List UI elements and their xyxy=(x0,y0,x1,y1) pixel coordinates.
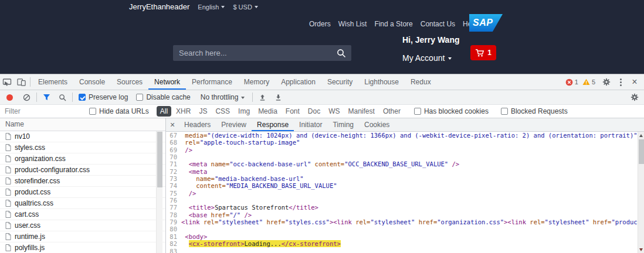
resource-filter-media[interactable]: Media xyxy=(255,106,281,117)
export-har-icon[interactable] xyxy=(274,94,282,101)
devtools-tab-redux[interactable]: Redux xyxy=(405,74,437,90)
request-row-product-configurator-css[interactable]: product-configurator.css xyxy=(0,165,165,176)
search-input[interactable] xyxy=(173,49,337,57)
devtools-tab-memory[interactable]: Memory xyxy=(238,74,275,90)
hide-data-urls-checkbox[interactable] xyxy=(89,108,96,115)
request-list-scrollbar[interactable] xyxy=(156,131,162,253)
response-tab-timing[interactable]: Timing xyxy=(327,118,359,131)
devtools-panel: ElementsConsoleSourcesNetworkPerformance… xyxy=(0,74,644,253)
resource-filter-all[interactable]: All xyxy=(157,106,171,117)
nav-link-contact-us[interactable]: Contact Us xyxy=(421,20,455,28)
line-content: <meta name="occ-backend-base-url" conten… xyxy=(189,160,460,167)
has-blocked-cookies-toggle[interactable]: Has blocked cookies xyxy=(414,107,489,115)
code-scrollbar[interactable] xyxy=(638,132,644,253)
close-devtools-icon[interactable]: × xyxy=(628,77,642,87)
scrollbar-thumb[interactable] xyxy=(639,139,644,164)
blocked-requests-checkbox[interactable] xyxy=(501,108,508,115)
preserve-log-checkbox[interactable] xyxy=(79,94,86,101)
token-attr: rel= xyxy=(204,218,218,225)
mini-cart-button[interactable]: 1 xyxy=(470,45,496,60)
devtools-tab-performance[interactable]: Performance xyxy=(186,74,238,90)
device-toolbar-icon[interactable] xyxy=(14,74,28,90)
resource-filter-xhr[interactable]: XHR xyxy=(172,106,194,117)
network-search-icon[interactable] xyxy=(59,94,66,101)
resource-filter-font[interactable]: Font xyxy=(282,106,303,117)
my-account-dropdown[interactable]: My Account xyxy=(402,53,452,63)
nav-link-wish-list[interactable]: Wish List xyxy=(338,20,367,28)
warning-badge[interactable]: 5 xyxy=(582,78,595,86)
network-settings-gear-icon[interactable] xyxy=(628,90,642,105)
token-plain: Loading... xyxy=(244,240,281,247)
devtools-tab-lighthouse[interactable]: Lighthouse xyxy=(358,74,405,90)
inspect-element-icon[interactable] xyxy=(0,74,14,90)
clear-button[interactable] xyxy=(23,94,30,101)
throttling-dropdown[interactable]: No throttling xyxy=(201,93,245,101)
more-options-icon[interactable] xyxy=(614,74,628,90)
has-blocked-cookies-checkbox[interactable] xyxy=(414,108,421,115)
resource-filter-css[interactable]: CSS xyxy=(212,106,233,117)
code-line: 83 xyxy=(166,248,638,253)
devtools-tab-sources[interactable]: Sources xyxy=(111,74,148,90)
nav-link-orders[interactable]: Orders xyxy=(309,20,331,28)
filter-input[interactable] xyxy=(0,107,82,115)
resource-filter-ws[interactable]: WS xyxy=(325,106,343,117)
response-tab-headers[interactable]: Headers xyxy=(179,118,216,131)
devtools-tab-security[interactable]: Security xyxy=(321,74,358,90)
name-column-header[interactable]: Name xyxy=(0,118,165,131)
response-tab-preview[interactable]: Preview xyxy=(216,118,252,131)
resource-filter-manifest[interactable]: Manifest xyxy=(345,106,378,117)
request-row-nv10[interactable]: nv10 xyxy=(0,131,165,142)
line-content: <cx-storefront>Loading...</cx-storefront… xyxy=(189,240,341,247)
request-row-organization-css[interactable]: organization.css xyxy=(0,153,165,165)
request-row-runtime-js[interactable]: runtime.js xyxy=(0,231,165,242)
response-code-viewer[interactable]: 67 media="(device-width: 1024px) and (de… xyxy=(166,132,638,253)
close-request-icon[interactable]: × xyxy=(166,120,179,129)
request-row-qualtrics-css[interactable]: qualtrics.css xyxy=(0,198,165,209)
request-row-storefinder-css[interactable]: storefinder.css xyxy=(0,176,165,187)
sap-logo[interactable]: SAP xyxy=(469,14,503,32)
code-line: 82 <cx-storefront>Loading...</cx-storefr… xyxy=(166,240,638,247)
resource-filter-js[interactable]: JS xyxy=(195,106,211,117)
search-icon[interactable] xyxy=(337,49,346,58)
import-har-icon[interactable] xyxy=(259,94,266,101)
devtools-tab-elements[interactable]: Elements xyxy=(32,74,73,90)
resource-filter-img[interactable]: Img xyxy=(235,106,253,117)
indent xyxy=(181,160,189,167)
currency-selector[interactable]: $ USD xyxy=(233,4,257,11)
language-selector[interactable]: English xyxy=(198,4,225,11)
record-button[interactable] xyxy=(6,94,13,101)
hide-data-urls-toggle[interactable]: Hide data URLs xyxy=(89,107,149,115)
disable-cache-toggle[interactable]: Disable cache xyxy=(136,93,190,101)
error-badge[interactable]: 1 xyxy=(565,78,578,86)
response-tab-initiator[interactable]: Initiator xyxy=(294,118,327,131)
request-row-styles-css[interactable]: styles.css xyxy=(0,142,165,153)
devtools-tab-console[interactable]: Console xyxy=(73,74,111,90)
filter-toggle-icon[interactable] xyxy=(43,94,50,101)
nav-link-find-a-store[interactable]: Find a Store xyxy=(374,20,412,28)
response-tab-cookies[interactable]: Cookies xyxy=(359,118,395,131)
scroll-up-arrow[interactable] xyxy=(639,134,643,137)
scroll-down-arrow[interactable] xyxy=(639,248,643,251)
resource-filter-doc[interactable]: Doc xyxy=(304,106,324,117)
line-content: content="MEDIA_BACKEND_BASE_URL_VALUE" xyxy=(196,182,337,189)
scrollbar-thumb[interactable] xyxy=(157,132,162,187)
file-icon xyxy=(5,144,11,151)
response-tab-response[interactable]: Response xyxy=(252,118,294,131)
file-icon xyxy=(5,189,11,196)
devtools-tab-application[interactable]: Application xyxy=(275,74,321,90)
file-icon xyxy=(5,244,11,251)
request-row-cart-css[interactable]: cart.css xyxy=(0,209,165,220)
token-tag: <meta xyxy=(189,168,208,175)
request-row-polyfills-js[interactable]: polyfills.js xyxy=(0,242,165,253)
token-str: "MEDIA_BACKEND_BASE_URL_VALUE" xyxy=(226,182,337,189)
request-row-product-css[interactable]: product.css xyxy=(0,187,165,198)
blocked-requests-toggle[interactable]: Blocked Requests xyxy=(501,107,568,115)
resource-filter-other[interactable]: Other xyxy=(379,106,404,117)
devtools-tab-network[interactable]: Network xyxy=(148,74,186,90)
settings-gear-icon[interactable] xyxy=(599,74,614,90)
request-row-user-css[interactable]: user.css xyxy=(0,220,165,231)
disable-cache-checkbox[interactable] xyxy=(136,94,143,101)
preserve-log-toggle[interactable]: Preserve log xyxy=(79,93,128,101)
code-text: name="media-backend-base-url" xyxy=(181,175,304,182)
line-content: /> xyxy=(185,146,192,153)
